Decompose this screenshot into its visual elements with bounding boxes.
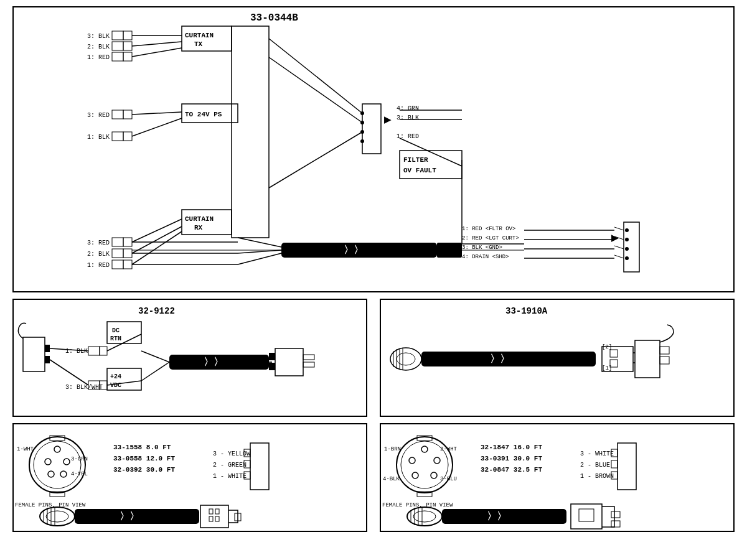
main-container: 33-0344B CURTAIN TX TO 24V PS CURTAIN RX… <box>0 0 747 560</box>
svg-rect-11 <box>112 31 123 40</box>
svg-line-71 <box>614 227 624 230</box>
svg-rect-38 <box>123 260 132 269</box>
diagram-bottom-left: 32-9122 DC RTN +24 VDC 1: BLK 3: BLK/WHT <box>12 299 367 417</box>
svg-rect-115 <box>269 353 275 360</box>
svg-text:4-BLK: 4-BLK <box>383 476 400 482</box>
svg-text:4: DRAIN <SHD>: 4: DRAIN <SHD> <box>462 254 509 260</box>
svg-rect-116 <box>269 363 275 370</box>
svg-rect-173 <box>209 516 213 521</box>
svg-line-29 <box>132 112 182 114</box>
svg-rect-114 <box>275 348 303 376</box>
svg-rect-24 <box>123 110 132 119</box>
svg-rect-8 <box>400 151 462 179</box>
svg-text:1 - WHITE: 1 - WHITE <box>213 473 247 480</box>
svg-rect-118 <box>303 362 314 367</box>
diagram-bottom-right-svg: 33-1910A 〉〉 [2] [1] <box>381 300 736 418</box>
diagram-top: 33-0344B CURTAIN TX TO 24V PS CURTAIN RX… <box>12 6 735 292</box>
svg-text:33-1910A: 33-1910A <box>505 306 548 316</box>
svg-text:1-WHT: 1-WHT <box>17 446 34 452</box>
svg-text:32-1847 16.0 FT: 32-1847 16.0 FT <box>481 444 542 451</box>
svg-text:4-YEL: 4-YEL <box>71 471 88 477</box>
svg-text:4: GRN: 4: GRN <box>397 105 419 112</box>
svg-point-180 <box>434 457 440 464</box>
svg-text:3 - WHITE: 3 - WHITE <box>580 450 614 457</box>
svg-rect-44 <box>362 104 381 154</box>
svg-text:33-0391 30.0 FT: 33-0391 30.0 FT <box>481 455 542 462</box>
svg-rect-134 <box>635 340 660 378</box>
svg-rect-130 <box>610 350 618 357</box>
svg-text:1: BLK: 1: BLK <box>65 348 88 355</box>
svg-text:1: RED: 1: RED <box>397 133 419 140</box>
svg-rect-102 <box>88 347 100 355</box>
svg-text:1 - BROWN: 1 - BROWN <box>580 473 614 480</box>
svg-text:3: RED: 3: RED <box>87 240 110 246</box>
svg-point-64 <box>625 247 629 251</box>
svg-text:2-WHT: 2-WHT <box>440 446 458 452</box>
svg-rect-195 <box>611 460 618 468</box>
svg-rect-155 <box>250 443 269 490</box>
svg-text:[1]: [1] <box>602 365 612 371</box>
svg-point-48 <box>360 139 364 143</box>
svg-text:〉〉: 〉〉 <box>204 357 223 368</box>
svg-text:3: BLK: 3: BLK <box>397 114 419 121</box>
svg-point-139 <box>29 437 85 493</box>
svg-rect-12 <box>123 31 132 40</box>
svg-rect-209 <box>579 509 594 521</box>
svg-text:32-0392 30.0 FT: 32-0392 30.0 FT <box>113 466 175 474</box>
svg-rect-26 <box>112 132 123 141</box>
svg-text:1: BLK: 1: BLK <box>87 134 110 141</box>
svg-text:3-BLU: 3-BLU <box>440 476 457 482</box>
svg-rect-91 <box>23 337 45 371</box>
svg-rect-27 <box>123 132 132 141</box>
svg-text:CURTAIN: CURTAIN <box>185 215 214 223</box>
svg-text:OV FAULT: OV FAULT <box>403 167 436 174</box>
svg-text:2: BLK: 2: BLK <box>87 44 110 50</box>
svg-text:〉〉: 〉〉 <box>490 353 510 365</box>
svg-rect-135 <box>660 347 669 354</box>
svg-point-163 <box>46 511 68 522</box>
svg-point-62 <box>625 228 629 232</box>
svg-text:2 - BLUE: 2 - BLUE <box>580 462 610 469</box>
svg-text:+24: +24 <box>110 373 121 380</box>
svg-point-179 <box>409 457 415 464</box>
diagram-bb-right-svg: 1-BRN 2-WHT 4-BLK 3-BLU FEMALE PINS, PIN… <box>381 424 736 533</box>
svg-rect-92 <box>45 345 50 352</box>
svg-text:▶: ▶ <box>384 115 392 125</box>
svg-text:VDC: VDC <box>110 382 121 389</box>
svg-text:CURTAIN: CURTAIN <box>185 32 214 39</box>
diagram-bb-right: 1-BRN 2-WHT 4-BLK 3-BLU FEMALE PINS, PIN… <box>380 423 735 532</box>
svg-point-178 <box>421 446 428 452</box>
svg-text:3-GRN: 3-GRN <box>71 456 88 462</box>
svg-rect-31 <box>112 238 123 246</box>
svg-point-63 <box>625 238 629 241</box>
svg-rect-35 <box>123 249 132 258</box>
svg-line-110 <box>141 351 169 362</box>
svg-rect-18 <box>123 52 132 61</box>
svg-rect-14 <box>112 42 123 50</box>
svg-text:2: RED <LGT CURT>: 2: RED <LGT CURT> <box>462 235 519 241</box>
diagram-top-svg: CURTAIN TX TO 24V PS CURTAIN RX FILTER O… <box>14 7 736 294</box>
svg-rect-170 <box>200 505 228 528</box>
svg-rect-193 <box>618 443 636 490</box>
svg-line-30 <box>132 118 182 136</box>
svg-rect-32 <box>123 238 132 246</box>
svg-rect-34 <box>112 249 123 258</box>
svg-point-176 <box>397 437 453 493</box>
svg-text:3 - YELLOW: 3 - YELLOW <box>213 450 250 457</box>
svg-point-200 <box>407 507 442 526</box>
svg-text:2 - GREEN: 2 - GREEN <box>213 462 247 469</box>
svg-rect-136 <box>660 357 669 364</box>
svg-text:1: RED: 1: RED <box>87 54 110 61</box>
svg-line-55 <box>269 132 362 188</box>
svg-line-54 <box>269 57 362 123</box>
svg-rect-211 <box>611 521 620 527</box>
svg-point-141 <box>54 446 60 452</box>
svg-text:〉〉: 〉〉 <box>344 245 364 256</box>
svg-text:▶: ▶ <box>611 233 619 243</box>
svg-rect-172 <box>215 509 219 514</box>
diagram-bb-left: 1-WHT 3-GRN 4-YEL FEMALE PINS, PIN VIEW … <box>12 423 367 532</box>
svg-line-88 <box>238 250 281 253</box>
svg-text:32-0847 32.5 FT: 32-0847 32.5 FT <box>481 466 542 474</box>
svg-line-53 <box>269 39 362 113</box>
svg-line-22 <box>132 48 182 57</box>
